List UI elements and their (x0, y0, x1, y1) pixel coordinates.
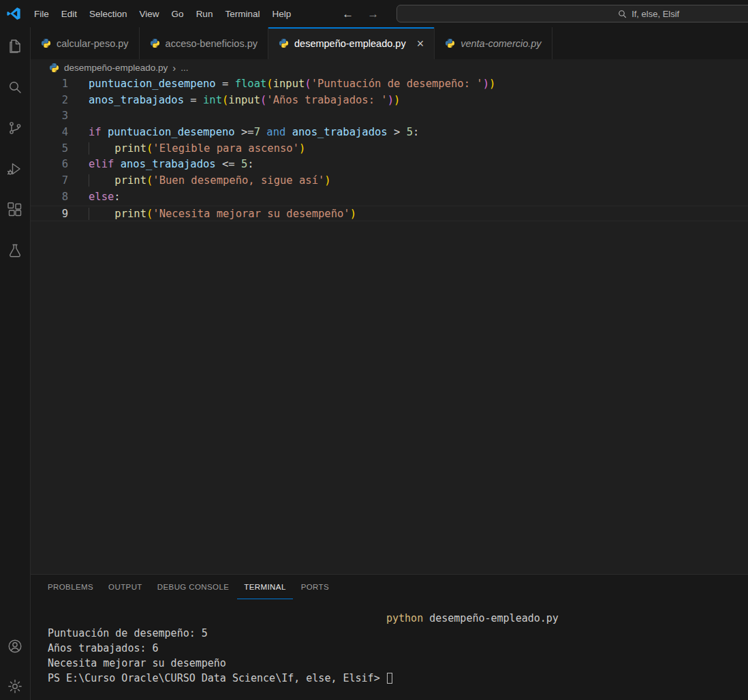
search-icon (618, 10, 627, 18)
activity-settings[interactable] (0, 678, 31, 697)
code-text: elif anos_trabajados <= 5: (68, 157, 254, 173)
menu-terminal[interactable]: Terminal (219, 6, 266, 22)
menubar: FileEditSelectionViewGoRunTerminalHelp (28, 6, 297, 22)
python-icon (150, 38, 160, 48)
menu-help[interactable]: Help (266, 6, 297, 22)
tab-bar: calcular-peso.pyacceso-beneficios.pydese… (31, 27, 748, 59)
line-number: 9 (31, 206, 68, 221)
menu-selection[interactable]: Selection (83, 6, 134, 22)
tab-label: calcular-peso.py (57, 38, 129, 49)
terminal-line: python desempeño-empleado.py (48, 611, 748, 626)
code-text: anos_trabajados = int(input('Años trabaj… (68, 93, 400, 109)
line-number: 3 (31, 108, 68, 125)
code-text: else: (68, 189, 121, 206)
menu-view[interactable]: View (134, 6, 166, 22)
command-center[interactable]: If, else, Elsif (396, 5, 748, 22)
panel-tab-ports[interactable]: PORTS (294, 575, 336, 599)
line-number: 5 (31, 141, 68, 157)
chevron-right-icon: › (172, 62, 176, 74)
code-text: puntuacion_desempeno = float(input('Punt… (68, 76, 495, 93)
code-line-5[interactable]: 5 print('Elegible para ascenso') (31, 141, 748, 157)
code-line-2[interactable]: 2anos_trabajados = int(input('Años traba… (31, 93, 748, 109)
history-nav: ← → (342, 8, 379, 20)
activity-account[interactable] (0, 638, 31, 657)
code-line-7[interactable]: 7 print('Buen desempeño, sigue así') (31, 173, 748, 189)
search-icon (7, 79, 23, 98)
breadcrumb-more[interactable]: ... (181, 63, 188, 73)
tab-acceso-beneficios.py[interactable]: acceso-beneficios.py (140, 27, 268, 59)
bottom-panel: PROBLEMSOUTPUTDEBUG CONSOLETERMINALPORTS… (31, 574, 748, 700)
code-text: print('Buen desempeño, sigue así') (68, 173, 331, 189)
breadcrumb: desempeño-empleado.py › ... (31, 59, 748, 76)
terminal-line: PS E:\Curso Oracle\CURSO Data Science\If… (48, 671, 748, 686)
tab-label: acceso-beneficios.py (166, 38, 258, 49)
activity-bar-top (0, 27, 31, 272)
panel-tab-debug-console[interactable]: DEBUG CONSOLE (151, 575, 236, 599)
menu-run[interactable]: Run (190, 6, 219, 22)
panel-tab-problems[interactable]: PROBLEMS (41, 575, 100, 599)
files-icon (7, 38, 23, 57)
code-line-4[interactable]: 4if puntuacion_desempeno >=7 and anos_tr… (31, 125, 748, 141)
code-line-8[interactable]: 8else: (31, 189, 748, 206)
code-text: if puntuacion_desempeno >=7 and anos_tra… (68, 125, 419, 141)
python-icon (49, 63, 59, 73)
forward-icon[interactable]: → (367, 8, 379, 20)
code-text: print('Elegible para ascenso') (68, 141, 305, 157)
activity-explorer[interactable] (0, 27, 31, 68)
python-icon (445, 38, 455, 48)
code-text (68, 108, 89, 125)
code-line-3[interactable]: 3 (31, 108, 748, 125)
panel-tab-terminal[interactable]: TERMINAL (237, 575, 292, 599)
activity-run-debug[interactable] (0, 150, 31, 191)
line-number: 6 (31, 157, 68, 173)
debug-play-icon (7, 161, 23, 180)
line-number: 1 (31, 76, 68, 93)
titlebar: FileEditSelectionViewGoRunTerminalHelp ←… (0, 0, 748, 27)
line-number: 7 (31, 173, 68, 189)
line-number: 2 (31, 93, 68, 109)
person-icon (7, 638, 23, 657)
panel-tab-bar: PROBLEMSOUTPUTDEBUG CONSOLETERMINALPORTS (31, 575, 748, 599)
extensions-icon (7, 202, 23, 221)
activity-search[interactable] (0, 68, 31, 109)
tab-label: desempeño-empleado.py (294, 38, 406, 49)
code-text: print('Necesita mejorar su desempeño') (68, 206, 356, 221)
tab-calcular-peso.py[interactable]: calcular-peso.py (31, 27, 140, 59)
activity-bar (0, 27, 31, 700)
terminal[interactable]: python desempeño-empleado.pyPuntuación d… (31, 599, 748, 686)
menu-edit[interactable]: Edit (55, 6, 83, 22)
close-icon[interactable]: × (417, 37, 424, 50)
vscode-logo-icon (6, 6, 21, 21)
tab-venta-comercio.py[interactable]: venta-comercio.py (435, 27, 552, 59)
menu-go[interactable]: Go (166, 6, 190, 22)
main-area: calcular-peso.pyacceso-beneficios.pydese… (0, 27, 748, 700)
beaker-icon (7, 242, 23, 261)
terminal-cursor (387, 673, 392, 684)
command-center-label: If, else, Elsif (632, 9, 679, 19)
code-line-9[interactable]: 9 print('Necesita mejorar su desempeño') (31, 206, 748, 222)
activity-bar-bottom (0, 638, 31, 700)
panel-tab-output[interactable]: OUTPUT (102, 575, 149, 599)
vscode-window: FileEditSelectionViewGoRunTerminalHelp ←… (0, 0, 748, 700)
branch-icon (7, 120, 23, 139)
back-icon[interactable]: ← (342, 8, 354, 20)
tab-label: venta-comercio.py (461, 38, 541, 49)
menu-file[interactable]: File (28, 6, 55, 22)
terminal-line: Necesita mejorar su desempeño (48, 656, 748, 671)
python-icon (279, 38, 289, 48)
gear-icon (7, 678, 23, 697)
terminal-line: Años trabajados: 6 (48, 641, 748, 656)
activity-source-control[interactable] (0, 109, 31, 150)
code-line-6[interactable]: 6elif anos_trabajados <= 5: (31, 157, 748, 173)
breadcrumb-file[interactable]: desempeño-empleado.py (64, 63, 168, 73)
line-number: 8 (31, 189, 68, 206)
editor-group: calcular-peso.pyacceso-beneficios.pydese… (31, 27, 748, 700)
code-line-1[interactable]: 1puntuacion_desempeno = float(input('Pun… (31, 76, 748, 93)
activity-testing[interactable] (0, 232, 31, 272)
tab-desempeño-empleado.py[interactable]: desempeño-empleado.py× (268, 27, 435, 59)
python-icon (41, 38, 51, 48)
line-number: 4 (31, 125, 68, 141)
code-editor: 1puntuacion_desempeno = float(input('Pun… (31, 76, 748, 574)
activity-extensions[interactable] (0, 191, 31, 232)
terminal-line: Puntuación de desempeño: 5 (48, 626, 748, 641)
